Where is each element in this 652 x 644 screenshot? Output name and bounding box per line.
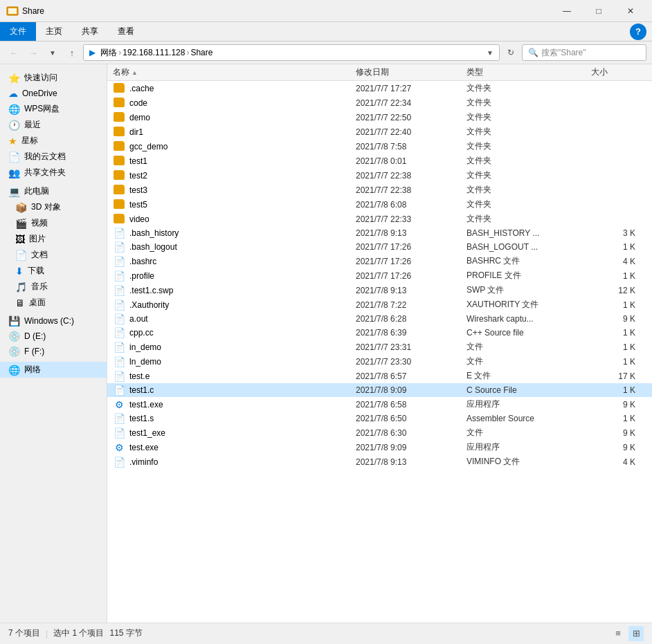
address-path[interactable]: ▶ 网络 › 192.168.111.128 › Share ▼ — [83, 44, 500, 61]
table-row[interactable]: 📄 .bash_logout 2021/7/7 17:26 BASH_LOGOU… — [107, 240, 652, 254]
tab-share[interactable]: 共享 — [72, 22, 108, 41]
file-modified: 2021/7/7 23:30 — [356, 357, 467, 367]
table-row[interactable]: ⚙ test.exe 2021/7/8 9:09 应用程序 9 K — [107, 440, 652, 454]
search-box[interactable]: 🔍 搜索"Share" — [522, 44, 646, 61]
table-row[interactable]: test1 2021/7/8 0:01 文件夹 — [107, 154, 652, 168]
file-modified: 2021/7/7 22:50 — [356, 113, 467, 122]
selected-size: 115 字节 — [109, 627, 142, 639]
nav-dropdown-button[interactable]: ▼ — [44, 44, 61, 61]
column-header-modified[interactable]: 修改日期 — [356, 66, 467, 78]
sidebar-item-my-cloud[interactable]: 📄 我的云文档 — [0, 149, 107, 165]
table-row[interactable]: 📄 .test1.c.swp 2021/7/8 9:13 SWP 文件 12 K — [107, 283, 652, 297]
table-row[interactable]: 📄 .profile 2021/7/7 17:26 PROFILE 文件 1 K — [107, 268, 652, 283]
file-name-cell: test5 — [113, 199, 356, 210]
table-row[interactable]: code 2021/7/7 22:34 文件夹 — [107, 95, 652, 110]
back-button[interactable]: ← — [6, 44, 22, 61]
file-name: test1.s — [129, 414, 154, 423]
file-name: test.exe — [129, 443, 159, 452]
table-row[interactable]: 📄 a.out 2021/7/8 6:28 Wireshark captu...… — [107, 312, 652, 326]
file-name-cell: 📄 in_demo — [113, 342, 356, 353]
sidebar-item-drive-d[interactable]: 💿 D (E:) — [0, 329, 107, 344]
address-dropdown-icon[interactable]: ▼ — [487, 49, 493, 57]
path-network: ▶ — [89, 48, 96, 57]
file-name-cell: 📄 .bash_logout — [113, 241, 356, 252]
sidebar-item-3d-objects[interactable]: 📦 3D 对象 — [0, 199, 107, 215]
sidebar-item-recent[interactable]: 🕐 最近 — [0, 117, 107, 133]
file-name: dir1 — [129, 127, 143, 137]
sidebar-item-this-pc[interactable]: 💻 此电脑 — [0, 183, 107, 199]
file-list-container[interactable]: 名称 ▲ 修改日期 类型 大小 .cache 2021/7/7 17:27 文件… — [107, 64, 652, 623]
table-row[interactable]: 📄 test.e 2021/7/8 6:57 E 文件 17 K — [107, 369, 652, 383]
table-row[interactable]: dir1 2021/7/7 22:40 文件夹 — [107, 125, 652, 139]
file-type: 应用程序 — [467, 398, 591, 410]
table-row[interactable]: ⚙ test1.exe 2021/7/8 6:58 应用程序 9 K — [107, 397, 652, 412]
table-row[interactable]: 📄 in_demo 2021/7/7 23:31 文件 1 K — [107, 340, 652, 354]
file-rows: .cache 2021/7/7 17:27 文件夹 code 2021/7/7 … — [107, 81, 652, 469]
status-separator: | — [46, 629, 48, 638]
file-name: test.e — [129, 371, 150, 381]
help-button[interactable]: ? — [630, 24, 646, 40]
sidebar-item-network[interactable]: 🌐 网络 — [0, 362, 107, 378]
table-row[interactable]: 📄 ln_demo 2021/7/7 23:30 文件 1 K — [107, 354, 652, 369]
table-row[interactable]: video 2021/7/7 22:33 文件夹 — [107, 212, 652, 226]
refresh-button[interactable]: ↻ — [502, 44, 519, 61]
file-size: 1 K — [591, 414, 646, 423]
sidebar-item-documents[interactable]: 📄 文档 — [0, 247, 107, 263]
up-button[interactable]: ↑ — [64, 44, 80, 61]
table-row[interactable]: demo 2021/7/7 22:50 文件夹 — [107, 110, 652, 125]
table-row[interactable]: 📄 .viminfo 2021/7/8 9:13 VIMINFO 文件 4 K — [107, 454, 652, 469]
sidebar-item-wps[interactable]: 🌐 WPS网盘 — [0, 101, 107, 117]
file-size: 1 K — [591, 385, 646, 395]
file-name: test1.c — [129, 385, 154, 395]
table-row[interactable]: test3 2021/7/7 22:38 文件夹 — [107, 183, 652, 197]
close-button[interactable]: ✕ — [615, 0, 646, 22]
sidebar-item-onedrive[interactable]: ☁ OneDrive — [0, 86, 107, 101]
sidebar-item-downloads[interactable]: ⬇ 下载 — [0, 263, 107, 279]
sidebar-item-starred[interactable]: ★ 星标 — [0, 133, 107, 149]
file-modified: 2021/7/8 6:58 — [356, 400, 467, 410]
sidebar-item-shared-folder[interactable]: 👥 共享文件夹 — [0, 165, 107, 181]
file-modified: 2021/7/7 17:26 — [356, 271, 467, 281]
sidebar-item-drive-f[interactable]: 💿 F (F:) — [0, 344, 107, 359]
file-name-cell: video — [113, 213, 356, 225]
table-row[interactable]: 📄 .bash_history 2021/7/8 9:13 BASH_HISTO… — [107, 226, 652, 240]
table-row[interactable]: 📄 .bashrc 2021/7/7 17:26 BASHRC 文件 4 K — [107, 254, 652, 268]
view-controls: ≡ ⊞ — [610, 626, 644, 641]
table-row[interactable]: 📄 test1.s 2021/7/8 6:50 Assembler Source… — [107, 412, 652, 425]
file-modified: 2021/7/8 6:39 — [356, 328, 467, 338]
file-size: 1 K — [591, 300, 646, 310]
view-list-button[interactable]: ≡ — [610, 626, 626, 641]
table-row[interactable]: 📄 test1_exe 2021/7/8 6:30 文件 9 K — [107, 425, 652, 440]
column-header-name[interactable]: 名称 ▲ — [113, 66, 356, 78]
desktop-icon: 🖥 — [15, 297, 25, 309]
file-type: Assembler Source — [467, 414, 591, 423]
file-modified: 2021/7/7 22:40 — [356, 127, 467, 137]
sidebar-item-windows-c[interactable]: 💾 Windows (C:) — [0, 313, 107, 329]
file-name: test1_exe — [129, 428, 165, 438]
my-cloud-icon: 📄 — [8, 151, 20, 163]
table-row[interactable]: test2 2021/7/7 22:38 文件夹 — [107, 168, 652, 183]
maximize-button[interactable]: □ — [583, 0, 615, 22]
sidebar-item-videos[interactable]: 🎬 视频 — [0, 215, 107, 231]
sidebar-item-desktop[interactable]: 🖥 桌面 — [0, 295, 107, 311]
sidebar-item-music[interactable]: 🎵 音乐 — [0, 279, 107, 295]
selected-info: 选中 1 个项目 — [53, 627, 104, 639]
table-row[interactable]: gcc_demo 2021/7/8 7:58 文件夹 — [107, 139, 652, 154]
table-row[interactable]: .cache 2021/7/7 17:27 文件夹 — [107, 81, 652, 95]
tab-file[interactable]: 文件 — [0, 22, 36, 41]
file-name-cell: 📄 test1.c — [113, 385, 356, 396]
sidebar-item-pictures[interactable]: 🖼 图片 — [0, 231, 107, 247]
file-modified: 2021/7/7 17:26 — [356, 242, 467, 252]
table-row[interactable]: test5 2021/7/8 6:08 文件夹 — [107, 197, 652, 212]
table-row[interactable]: 📄 test1.c 2021/7/8 9:09 C Source File 1 … — [107, 383, 652, 397]
table-row[interactable]: 📄 cpp.cc 2021/7/8 6:39 C++ Source file 1… — [107, 326, 652, 340]
column-header-size[interactable]: 大小 — [591, 66, 646, 78]
view-grid-button[interactable]: ⊞ — [628, 626, 644, 641]
minimize-button[interactable]: — — [551, 0, 583, 22]
sidebar-item-quick-access[interactable]: ⭐ 快速访问 — [0, 70, 107, 86]
table-row[interactable]: 📄 .Xauthority 2021/7/8 7:22 XAUTHORITY 文… — [107, 297, 652, 312]
tab-home[interactable]: 主页 — [36, 22, 72, 41]
column-header-type[interactable]: 类型 — [467, 66, 591, 78]
tab-view[interactable]: 查看 — [108, 22, 144, 41]
forward-button[interactable]: → — [25, 44, 42, 61]
